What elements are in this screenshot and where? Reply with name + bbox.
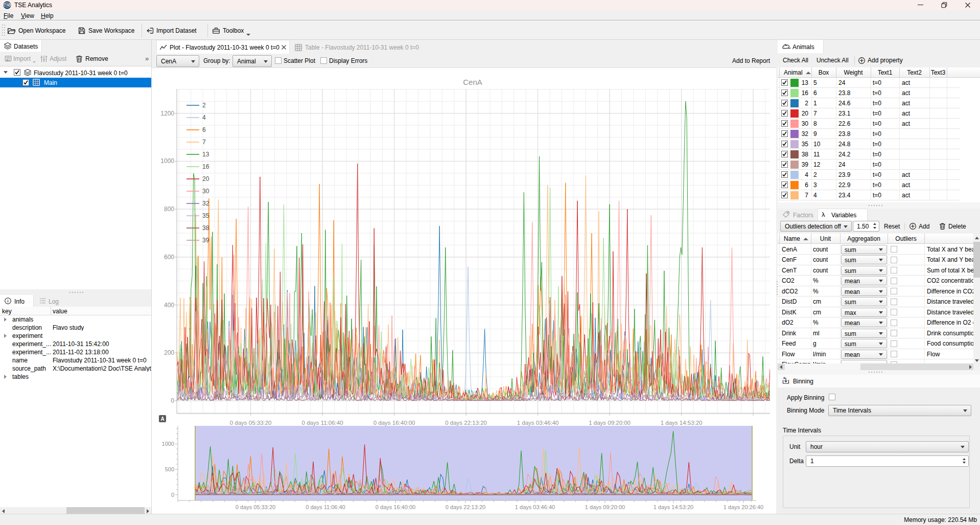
svg-text:0 days 11:06:40: 0 days 11:06:40 [302,420,343,426]
svg-text:39: 39 [202,237,209,244]
svg-text:1000: 1000 [160,157,174,165]
svg-text:38: 38 [202,224,209,232]
svg-text:4: 4 [202,114,206,121]
svg-text:800: 800 [164,206,174,213]
svg-text:20: 20 [202,175,209,182]
svg-text:0 days 22:13:20: 0 days 22:13:20 [446,504,485,510]
svg-text:0 days 16:40:00: 0 days 16:40:00 [376,504,415,510]
svg-text:1 days 09:20:00: 1 days 09:20:00 [585,504,625,510]
svg-text:0: 0 [171,397,174,404]
svg-text:0 days 22:13:20: 0 days 22:13:20 [445,420,487,426]
svg-text:0: 0 [171,492,174,498]
svg-text:1 days 09:20:00: 1 days 09:20:00 [589,420,631,426]
svg-text:1 days 14:53:20: 1 days 14:53:20 [661,420,703,426]
svg-text:16: 16 [202,163,209,170]
svg-text:6: 6 [202,126,206,133]
svg-text:35: 35 [202,212,209,219]
svg-text:1200: 1200 [160,110,174,117]
svg-text:600: 600 [164,254,174,261]
svg-text:30: 30 [202,188,209,195]
svg-text:1 days 20:26:40: 1 days 20:26:40 [724,504,763,510]
svg-text:200: 200 [164,349,174,356]
svg-text:CenA: CenA [463,78,482,86]
svg-text:A: A [160,416,164,422]
svg-text:0 days 11:06:40: 0 days 11:06:40 [306,504,345,510]
svg-text:0 days 16:40:00: 0 days 16:40:00 [374,420,415,426]
svg-text:0 days 05:33:20: 0 days 05:33:20 [230,420,272,426]
svg-text:32: 32 [202,200,209,207]
svg-text:13: 13 [202,151,209,158]
svg-text:1 days 14:53:20: 1 days 14:53:20 [654,504,693,510]
svg-text:7: 7 [202,139,206,146]
svg-text:2: 2 [202,102,206,109]
svg-text:1 days 03:46:40: 1 days 03:46:40 [515,504,555,510]
svg-text:400: 400 [164,302,174,309]
svg-text:500: 500 [165,466,174,472]
svg-text:TSE: TSE [4,3,11,7]
svg-text:0 days 05:33:20: 0 days 05:33:20 [236,504,275,510]
svg-text:1000: 1000 [162,441,174,447]
svg-text:1 days 03:46:40: 1 days 03:46:40 [517,420,559,426]
